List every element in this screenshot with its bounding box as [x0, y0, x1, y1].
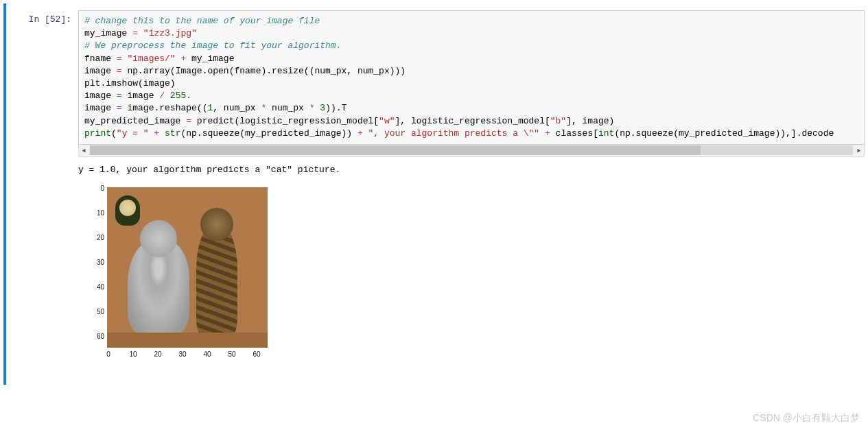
x-tick-label: 50: [225, 350, 239, 358]
cat-tabby-shape: [196, 226, 237, 335]
x-tick-label: 30: [176, 350, 189, 358]
code-editor[interactable]: # change this to the name of your image …: [78, 10, 865, 145]
x-tick-label: 10: [126, 350, 140, 358]
scroll-track[interactable]: [90, 145, 853, 155]
y-tick-label: 20: [91, 234, 104, 241]
badge-decoration: [115, 195, 140, 226]
x-tick-label: 40: [200, 350, 214, 358]
x-tick-label: 0: [102, 350, 115, 358]
code-comment: # We preprocess the image to fit your al…: [84, 40, 341, 51]
input-prompt: In [52]:: [29, 14, 71, 25]
y-tick-label: 10: [91, 209, 104, 217]
horizontal-scrollbar[interactable]: ◂ ▸: [78, 145, 865, 157]
output-text: y = 1.0, your algorithm predicts a "cat"…: [78, 157, 865, 180]
x-tick-label: 20: [151, 350, 165, 358]
code-content: # change this to the name of your image …: [78, 10, 865, 375]
prompt-column: In [52]:: [6, 10, 78, 375]
y-tick-label: 30: [91, 259, 104, 266]
notebook-cell-container: In [52]: # change this to the name of yo…: [3, 3, 865, 385]
x-tick-label: 60: [250, 350, 263, 358]
code-cell: In [52]: # change this to the name of yo…: [6, 10, 865, 375]
y-tick-label: 0: [91, 184, 104, 192]
scroll-thumb[interactable]: [90, 145, 701, 155]
y-tick-label: 50: [91, 308, 104, 315]
scroll-left-icon[interactable]: ◂: [79, 145, 89, 156]
cat-grey-shape: [128, 239, 189, 335]
code-comment: # change this to the name of your image …: [84, 16, 320, 26]
floor-shape: [107, 333, 268, 348]
y-tick-label: 60: [91, 333, 104, 340]
plot-image: [107, 187, 268, 348]
matplotlib-figure: 0 10 20 30 40 50 60 0 10 20 30 40 50 60: [78, 183, 284, 375]
scroll-right-icon[interactable]: ▸: [854, 145, 864, 156]
y-tick-label: 40: [91, 283, 104, 291]
